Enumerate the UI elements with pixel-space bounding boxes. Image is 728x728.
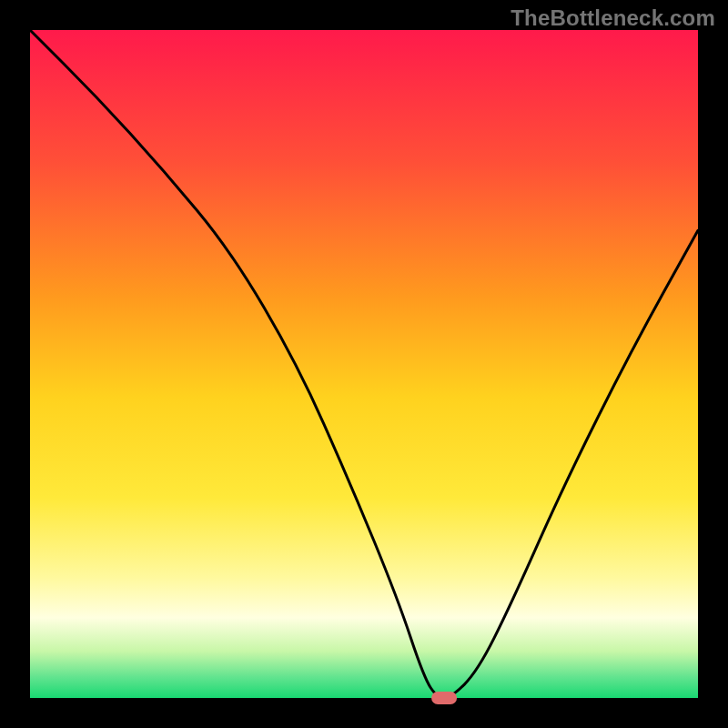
watermark-text: TheBottleneck.com xyxy=(511,5,715,31)
plot-area xyxy=(30,30,698,698)
chart-frame: TheBottleneck.com xyxy=(0,0,728,728)
bottleneck-chart xyxy=(0,0,728,728)
marker-pill xyxy=(431,692,457,704)
